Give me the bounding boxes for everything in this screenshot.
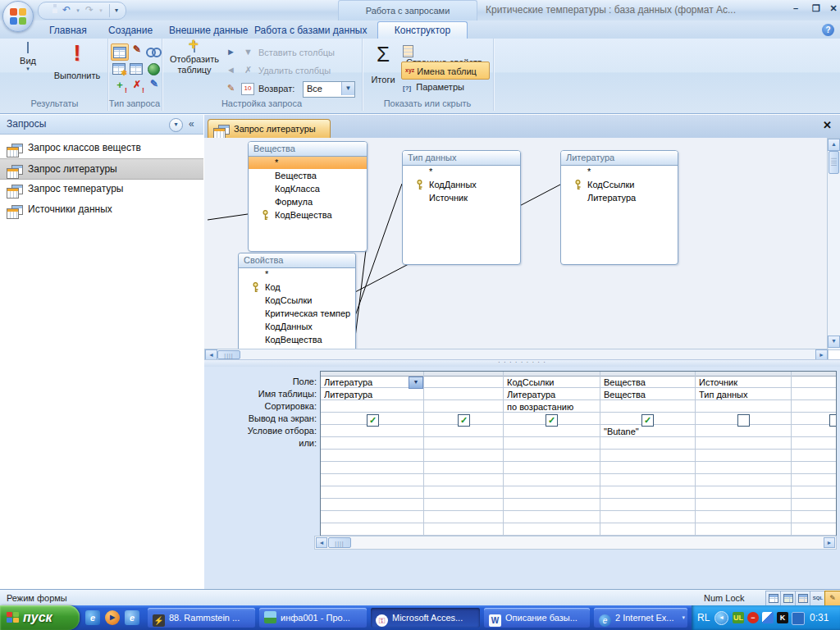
scrollbar-thumb[interactable]: |||| (217, 350, 240, 359)
show-checkbox[interactable] (829, 414, 837, 427)
field-cell[interactable]: Источник (699, 377, 786, 387)
run-button[interactable]: ! Выполнить (49, 43, 105, 80)
tray-blocked-icon[interactable]: − (747, 612, 759, 623)
tray-clock[interactable]: 0:31 (810, 612, 829, 623)
table-cell[interactable]: Литература (324, 390, 418, 399)
taskbar-button-word-doc[interactable]: WОписание базы... (484, 608, 590, 628)
field-row[interactable]: Критическая темпер (239, 307, 355, 320)
parameters-button[interactable]: [?] Параметры (403, 82, 464, 92)
field-row[interactable]: КодСсылки (239, 294, 355, 307)
save-button[interactable] (43, 4, 57, 17)
tab-create[interactable]: Создание (97, 22, 164, 39)
return-combobox[interactable]: Все ▼ (303, 81, 355, 98)
field-list-title[interactable]: Вещества (249, 142, 367, 157)
crosstab-query-button[interactable] (128, 61, 144, 76)
tab-database-tools[interactable]: Работа с базами данных (243, 22, 378, 39)
qat-customize-button[interactable]: ▾ (109, 4, 123, 17)
redo-dropdown-icon[interactable]: ▾ (94, 4, 107, 17)
table-cell[interactable]: Вещества (604, 390, 691, 399)
table-names-button[interactable]: xyzИмена таблиц (401, 62, 490, 80)
tray-kaspersky-icon[interactable]: K (777, 612, 788, 623)
navigation-pane-header[interactable]: Запросы ▾ « (0, 115, 203, 135)
document-tab-query-literature[interactable]: Запрос литературы (208, 119, 331, 139)
tray-app-icon[interactable] (762, 612, 774, 623)
union-query-button[interactable] (145, 43, 162, 59)
delete-query-button[interactable]: ✗! (128, 78, 144, 94)
sidebar-item-query-temperature[interactable]: Запрос температуры (0, 179, 203, 199)
scrollbar-thumb[interactable]: |||| (829, 151, 839, 174)
tab-design-active[interactable]: Конструктор (377, 21, 468, 39)
grid-horizontal-scrollbar[interactable]: ◄ |||| ► (314, 536, 837, 550)
field-row-primary-key[interactable]: КодВещества (249, 208, 367, 221)
return-dropdown-icon[interactable]: ▼ (341, 82, 354, 95)
language-indicator[interactable]: RL (697, 612, 710, 623)
minimize-button-icon[interactable]: – (786, 2, 806, 16)
field-row[interactable]: Вещества (249, 169, 367, 182)
field-row-primary-key[interactable]: КодСсылки (561, 178, 678, 191)
hide-icons-chevron-icon[interactable]: ◄ (714, 611, 728, 625)
close-button-icon[interactable]: ✕ (824, 2, 840, 16)
table-cell[interactable]: Литература (507, 390, 581, 399)
pivottable-view-button[interactable] (780, 591, 797, 606)
show-checkbox[interactable] (737, 414, 750, 427)
view-button[interactable]: Вид ▾ (10, 43, 46, 72)
field-row[interactable]: Формула (249, 195, 367, 208)
scroll-down-icon[interactable]: ▼ (828, 336, 840, 348)
append-query-button[interactable]: +! (111, 78, 127, 94)
totals-button[interactable]: Σ Итоги (367, 40, 399, 84)
field-row[interactable]: КодВещества (239, 333, 355, 346)
field-list-veshchestva[interactable]: Вещества * Вещества КодКласса Формула Ко… (248, 141, 368, 252)
quicklaunch-ie-icon[interactable]: e (85, 610, 100, 625)
field-list-title[interactable]: Тип данных (403, 151, 520, 166)
sql-view-button[interactable]: SQL (810, 591, 826, 606)
quicklaunch-mediaplayer-icon[interactable]: ▶ (105, 610, 120, 625)
document-close-icon[interactable]: ✕ (823, 119, 832, 131)
field-row[interactable]: Литература (561, 191, 678, 204)
design-vertical-scrollbar[interactable]: ▲ |||| ▼ (827, 138, 840, 350)
field-row-primary-key[interactable]: КодДанных (403, 178, 520, 191)
navigation-menu-icon[interactable]: ▾ (169, 118, 183, 132)
make-table-query-button[interactable]: ✱ (111, 61, 127, 76)
sidebar-item-query-literature[interactable]: Запрос литературы (0, 158, 203, 180)
taskbar-button-infa001[interactable]: инфа001 - Про... (259, 608, 367, 628)
field-row-asterisk[interactable]: * (403, 166, 520, 178)
shutter-close-icon[interactable]: « (189, 115, 194, 134)
criteria-cell[interactable]: "Butane" (604, 427, 691, 436)
scroll-right-icon[interactable]: ► (824, 537, 835, 548)
scrollbar-thumb[interactable]: |||| (328, 537, 351, 548)
field-list-literatura[interactable]: Литература * КодСсылки Литература (560, 150, 678, 265)
field-list-title[interactable]: Свойства (239, 253, 355, 268)
sort-cell[interactable]: по возрастанию (507, 402, 597, 412)
field-combo-dropdown-icon[interactable]: ▼ (409, 377, 423, 389)
sidebar-item-data-sources[interactable]: Источники данных (0, 199, 203, 219)
field-cell[interactable]: Литература (324, 377, 408, 387)
field-row-asterisk[interactable]: * (249, 157, 367, 169)
field-row-asterisk[interactable]: * (561, 166, 678, 178)
sidebar-item-query-classes[interactable]: Запрос классов веществ (0, 138, 203, 158)
help-button[interactable]: ? (822, 24, 834, 36)
group-dropdown-icon[interactable]: ▾ (682, 608, 685, 628)
field-row[interactable]: КодКласса (249, 182, 367, 195)
show-checkbox[interactable]: ✓ (641, 414, 654, 427)
field-row-primary-key[interactable]: Код (239, 281, 355, 294)
grid-column-header-strip[interactable] (321, 372, 836, 377)
office-button[interactable] (2, 1, 34, 32)
show-checkbox[interactable]: ✓ (367, 414, 379, 427)
tray-ul-icon[interactable]: UL (733, 612, 744, 623)
field-row[interactable]: Источник (403, 191, 520, 204)
quicklaunch-browser-icon[interactable]: e (125, 610, 139, 625)
insert-rows-button[interactable]: ► (224, 45, 238, 59)
select-query-button[interactable] (111, 43, 129, 61)
table-cell[interactable]: Тип данных (699, 390, 786, 399)
data-definition-query-button[interactable]: ✎ (145, 78, 162, 94)
pivotchart-view-button[interactable] (795, 591, 811, 606)
scroll-left-icon[interactable]: ◄ (316, 537, 327, 548)
tray-network-icon[interactable] (792, 612, 805, 625)
taskbar-button-ie-group[interactable]: e2 Internet Ex... ▾ (594, 608, 687, 628)
show-checkbox[interactable]: ✓ (458, 414, 470, 427)
delete-rows-button[interactable]: ◄ (224, 63, 238, 77)
field-cell[interactable]: Вещества (604, 377, 691, 387)
field-list-tip-dannykh[interactable]: Тип данных * КодДанных Источник (402, 150, 521, 265)
field-list-title[interactable]: Литература (561, 151, 678, 166)
field-list-svoystva[interactable]: Свойства * Код КодСсылки Критическая тем… (238, 253, 356, 349)
